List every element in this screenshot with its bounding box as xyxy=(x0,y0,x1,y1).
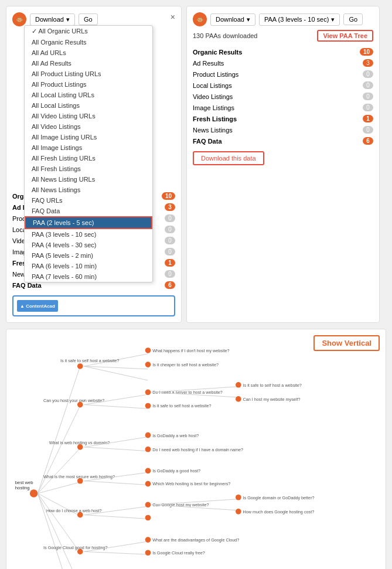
menu-item-all-product-listing-urls[interactable]: All Product Listing URLs xyxy=(25,69,152,79)
logo-right: 🐵 xyxy=(193,12,207,26)
l2-text-4b: Which Web hosting is best for beginners? xyxy=(152,481,230,486)
right-result-fresh: Fresh Listings 1 xyxy=(193,113,373,124)
l2-node-3a xyxy=(145,432,151,438)
l3-node-2 xyxy=(236,396,241,402)
chevron-down-icon-paa: ▾ xyxy=(331,16,335,23)
l2-text-1b: Is it cheaper to self host a website? xyxy=(152,362,219,367)
l2-node-2a xyxy=(145,390,151,396)
menu-item-all-video-listing-urls[interactable]: All Video Listing URLs xyxy=(25,111,152,121)
menu-item-all-fresh-listing-urls[interactable]: All Fresh Listing URLs xyxy=(25,153,152,163)
right-panel: 🐵 Download ▾ PAA (3 levels - 10 sec) ▾ G… xyxy=(186,6,380,323)
menu-item-paa-2levels[interactable]: PAA (2 levels - 5 sec) xyxy=(25,216,152,229)
l2-node-5a xyxy=(145,502,151,507)
menu-item-paa-6levels[interactable]: PAA (6 levels - 10 min) xyxy=(25,261,152,271)
l3-text-1: Is it safe to self host a website? xyxy=(243,383,302,388)
menu-item-all-video-listings[interactable]: All Video Listings xyxy=(25,121,152,132)
menu-item-all-image-listings[interactable]: All Image Listings xyxy=(25,142,152,153)
line-l1-6 xyxy=(38,493,80,553)
go-button-left[interactable]: Go xyxy=(79,13,98,25)
l3-node-5b xyxy=(236,509,241,515)
l2-node-4a xyxy=(145,468,151,474)
menu-item-paa-3levels[interactable]: PAA (3 levels - 10 sec) xyxy=(25,229,152,240)
l2-text-3a: Is GoDaddy a web host? xyxy=(152,433,199,438)
download-dropdown-right[interactable]: Download ▾ xyxy=(210,13,255,26)
menu-item-all-image-listing-urls[interactable]: All Image Listing URLs xyxy=(25,132,152,142)
download-data-button[interactable]: Download this data xyxy=(193,151,264,165)
paa-level-dropdown[interactable]: PAA (3 levels - 10 sec) ▾ xyxy=(259,13,340,26)
l3-text-5b: How much does Google hosting cost? xyxy=(243,509,315,515)
l1-text-2: Can you host your own website? xyxy=(43,398,104,403)
l3-text-5a: Is Google domain or GoDaddy better? xyxy=(243,495,315,500)
l2-node-6b xyxy=(145,550,151,556)
menu-item-faq-data[interactable]: FAQ Data xyxy=(25,206,152,216)
line-l1-2 xyxy=(38,406,80,493)
l2-node-6a xyxy=(145,537,151,543)
line-r3d xyxy=(84,447,148,451)
menu-item-all-ad-results[interactable]: All Ad Results xyxy=(25,58,152,69)
right-result-news: News Listings 0 xyxy=(193,124,373,135)
dropdown-menu-left: All Organic URLs All Organic Results All… xyxy=(24,25,153,282)
downloaded-row: 130 PAAs downloaded View PAA Tree xyxy=(193,30,373,42)
downloaded-count: 130 PAAs downloaded xyxy=(193,32,312,39)
line-r5b xyxy=(84,515,148,519)
l2-node-4b xyxy=(145,481,151,487)
logo-left: 🐵 xyxy=(12,12,26,26)
menu-item-paa-7levels[interactable]: PAA (7 levels - 60 min) xyxy=(25,271,152,282)
paa-tree: best web hosting Is it safe to self host… xyxy=(12,335,380,569)
menu-item-all-organic-urls[interactable]: All Organic URLs xyxy=(25,26,152,37)
l3-text-2: Can I host my website myself? xyxy=(243,397,301,402)
l2-text-1a: What happens if I don't host my website? xyxy=(152,348,229,353)
chevron-down-icon-right: ▾ xyxy=(247,16,250,23)
content-acad-logo: ▲ ContentAcad xyxy=(17,300,58,312)
paa-tree-svg: best web hosting Is it safe to self host… xyxy=(12,335,380,569)
l2-text-3b: Do I need web hosting if I have a domain… xyxy=(152,447,243,452)
menu-item-all-local-listings[interactable]: All Local Listings xyxy=(25,100,152,111)
line-r6b xyxy=(84,551,148,554)
l2-node-1a xyxy=(145,347,151,353)
line-r2-b xyxy=(84,405,148,409)
l2-text-6a: What are the disadvantages of Google Clo… xyxy=(152,537,239,543)
close-icon-left[interactable]: × xyxy=(171,12,175,22)
l3-node-5a xyxy=(236,495,241,500)
menu-item-paa-5levels[interactable]: PAA (5 levels - 2 min) xyxy=(25,250,152,261)
right-result-local: Local Listings 0 xyxy=(193,80,373,91)
l2-node-2b xyxy=(145,403,151,409)
go-button-right[interactable]: Go xyxy=(343,13,363,25)
line-l1-4 xyxy=(38,482,80,493)
right-result-image: Image Listings 0 xyxy=(193,102,373,113)
menu-item-all-product-listings[interactable]: All Product Listings xyxy=(25,79,152,90)
l2-text-4a: Is GoDaddy a good host? xyxy=(152,468,200,473)
right-panel-header: 🐵 Download ▾ PAA (3 levels - 10 sec) ▾ G… xyxy=(193,12,373,26)
l3-node-1 xyxy=(236,382,241,388)
menu-item-faq-urls[interactable]: FAQ URLs xyxy=(25,195,152,206)
root-node-circle xyxy=(30,489,38,498)
line-l1-3 xyxy=(38,448,80,493)
menu-item-all-news-listings[interactable]: All News Listings xyxy=(25,185,152,195)
download-dropdown-left[interactable]: Download ▾ xyxy=(30,13,75,26)
content-acad-box: ▲ ContentAcad xyxy=(12,295,175,316)
left-panel-header: 🐵 Download ▾ Go × xyxy=(12,12,175,26)
l1-text-1a: Is it safe to self host a website? xyxy=(60,358,119,363)
root-node-label2: hosting xyxy=(15,485,30,490)
tree-section: Show Vertical best web hosting Is it saf… xyxy=(6,329,386,569)
l2-node-5b xyxy=(145,515,151,521)
l2-node-3b xyxy=(145,447,151,452)
l2-node-1b xyxy=(145,362,151,367)
line-r4b xyxy=(84,481,148,485)
chevron-down-icon: ▾ xyxy=(66,16,70,23)
menu-item-all-news-listing-urls[interactable]: All News Listing URLs xyxy=(25,174,152,185)
right-result-organic: Organic Results 10 xyxy=(193,46,373,57)
view-paa-button[interactable]: View PAA Tree xyxy=(317,30,373,42)
left-panel: 🐵 Download ▾ Go × All Organic URLs All O… xyxy=(6,6,182,323)
l2-text-2b: Is it safe to self host a website? xyxy=(152,403,211,408)
right-result-ad: Ad Results 3 xyxy=(193,57,373,69)
right-result-video: Video Listings 0 xyxy=(193,91,373,102)
menu-item-all-fresh-listings[interactable]: All Fresh Listings xyxy=(25,163,152,174)
root-node-label: best web xyxy=(15,480,33,485)
menu-item-paa-4levels[interactable]: PAA (4 levels - 30 sec) xyxy=(25,240,152,250)
menu-item-all-organic-results[interactable]: All Organic Results xyxy=(25,37,152,47)
l2-text-6b: Is Google Cloud really free? xyxy=(152,550,204,556)
menu-item-all-ad-urls[interactable]: All Ad URLs xyxy=(25,47,152,58)
right-result-faq: FAQ Data 6 xyxy=(193,135,373,146)
menu-item-all-local-listing-urls[interactable]: All Local Listing URLs xyxy=(25,90,152,100)
